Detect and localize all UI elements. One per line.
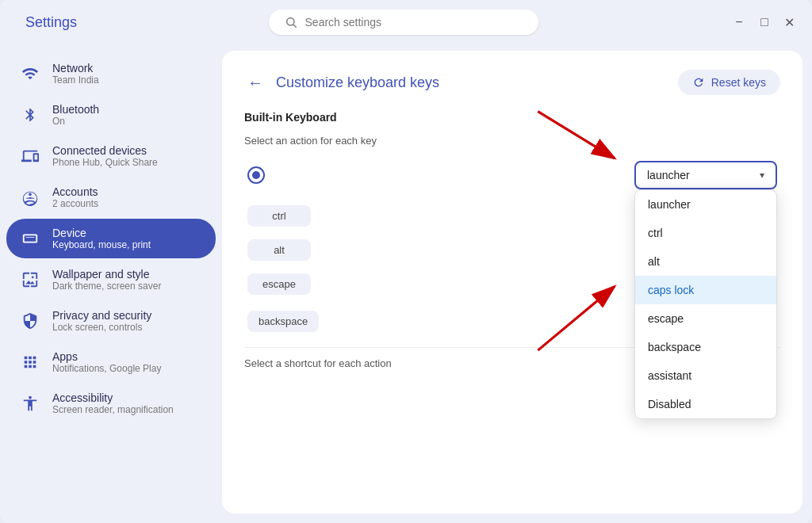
privacy-subtitle: Lock screen, controls [52, 322, 151, 333]
wallpaper-item-text: Wallpaper and style Dark theme, screen s… [52, 268, 161, 292]
main-layout: Network Team India Bluetooth On [0, 41, 812, 523]
dropdown-option-alt[interactable]: alt [635, 247, 776, 276]
close-button[interactable]: ✕ [780, 13, 799, 32]
accounts-item-text: Accounts 2 accounts [52, 185, 98, 209]
sidebar-item-network[interactable]: Network Team India [6, 54, 216, 94]
accessibility-title: Accessibility [52, 391, 174, 404]
svg-point-0 [286, 18, 293, 25]
alt-key-badge: alt [247, 239, 311, 261]
sidebar-item-wallpaper[interactable]: Wallpaper and style Dark theme, screen s… [6, 260, 216, 300]
connected-devices-subtitle: Phone Hub, Quick Share [52, 157, 158, 168]
reset-label: Reset keys [711, 76, 766, 89]
privacy-item-text: Privacy and security Lock screen, contro… [52, 309, 151, 333]
wallpaper-subtitle: Dark theme, screen saver [52, 281, 161, 292]
accessibility-subtitle: Screen reader, magnification [52, 404, 174, 415]
network-item-text: Network Team India [52, 62, 99, 86]
dropdown-arrow-icon: ▾ [760, 170, 764, 181]
window-controls: − □ ✕ [730, 13, 799, 32]
sidebar-item-apps[interactable]: Apps Notifications, Google Play [6, 342, 216, 382]
page-title: Customize keyboard keys [276, 74, 439, 91]
action-prompt: Select an action for each key [244, 135, 780, 147]
ctrl-key-badge: ctrl [247, 205, 311, 227]
titlebar: Settings − □ ✕ [0, 0, 812, 41]
sidebar-item-device[interactable]: Device Keyboard, mouse, print [6, 219, 216, 258]
sidebar-item-privacy[interactable]: Privacy and security Lock screen, contro… [6, 301, 216, 341]
titlebar-left: Settings [25, 14, 77, 31]
connected-devices-title: Connected devices [52, 144, 158, 157]
search-icon [285, 16, 297, 29]
accounts-title: Accounts [52, 185, 98, 198]
dropdown-option-ctrl[interactable]: ctrl [635, 219, 776, 247]
sidebar-item-connected-devices[interactable]: Connected devices Phone Hub, Quick Share [6, 136, 216, 176]
launcher-radio[interactable] [247, 166, 265, 184]
back-button[interactable]: ← [244, 71, 266, 95]
dropdown-option-escape[interactable]: escape [635, 304, 776, 333]
wifi-icon [19, 63, 41, 85]
primary-dropdown-value: launcher [647, 169, 690, 181]
accounts-subtitle: 2 accounts [52, 198, 98, 209]
minimize-button[interactable]: − [730, 13, 749, 32]
primary-dropdown-menu: launcher ctrl alt caps lock escape backs… [634, 189, 777, 419]
bluetooth-subtitle: On [52, 116, 99, 127]
devices-icon [19, 145, 41, 167]
launcher-key-row: launcher ▾ launcher ctrl alt caps lock e… [244, 161, 780, 189]
account-icon [19, 186, 41, 208]
apps-icon [19, 351, 41, 373]
sidebar-item-accessibility[interactable]: Accessibility Screen reader, magnificati… [6, 384, 216, 423]
primary-dropdown-container: launcher ▾ launcher ctrl alt caps lock e… [634, 161, 777, 189]
svg-line-1 [293, 25, 297, 28]
accessibility-icon [19, 392, 41, 414]
dropdown-option-disabled[interactable]: Disabled [635, 390, 776, 418]
content-area: ← Customize keyboard keys Reset keys Bui… [222, 51, 802, 513]
search-bar[interactable] [269, 10, 538, 35]
reset-keys-button[interactable]: Reset keys [678, 70, 780, 95]
wallpaper-icon [19, 269, 41, 291]
dropdown-option-launcher[interactable]: launcher [635, 190, 776, 219]
sidebar-item-accounts[interactable]: Accounts 2 accounts [6, 178, 216, 217]
bluetooth-icon [19, 104, 41, 126]
dropdown-option-assistant[interactable]: assistant [635, 361, 776, 390]
back-nav: ← Customize keyboard keys [244, 71, 439, 95]
device-subtitle: Keyboard, mouse, print [52, 239, 151, 250]
wallpaper-title: Wallpaper and style [52, 268, 161, 281]
apps-subtitle: Notifications, Google Play [52, 363, 161, 374]
radio-inner [252, 171, 260, 179]
section-title: Built-in Keyboard [244, 111, 780, 124]
backspace-key-badge: backspace [247, 311, 319, 332]
sidebar: Network Team India Bluetooth On [0, 41, 222, 523]
apps-title: Apps [52, 350, 161, 363]
dropdown-option-caps-lock[interactable]: caps lock [635, 276, 776, 304]
app-window: Settings − □ ✕ [0, 0, 812, 523]
reset-icon [692, 76, 705, 89]
sidebar-item-bluetooth[interactable]: Bluetooth On [6, 95, 216, 135]
bluetooth-item-text: Bluetooth On [52, 103, 99, 127]
content-header: ← Customize keyboard keys Reset keys [244, 70, 780, 95]
maximize-button[interactable]: □ [755, 13, 774, 32]
search-input[interactable] [305, 16, 523, 29]
bluetooth-title: Bluetooth [52, 103, 99, 116]
privacy-title: Privacy and security [52, 309, 151, 322]
primary-dropdown-button[interactable]: launcher ▾ [634, 161, 777, 189]
apps-item-text: Apps Notifications, Google Play [52, 350, 161, 374]
network-title: Network [52, 62, 99, 74]
network-subtitle: Team India [52, 74, 99, 86]
accessibility-item-text: Accessibility Screen reader, magnificati… [52, 391, 174, 415]
device-item-text: Device Keyboard, mouse, print [52, 227, 151, 250]
device-icon [19, 227, 41, 250]
app-title: Settings [25, 14, 77, 31]
privacy-icon [19, 310, 41, 332]
connected-devices-item-text: Connected devices Phone Hub, Quick Share [52, 144, 158, 168]
device-title: Device [52, 227, 151, 239]
escape-key-badge: escape [247, 273, 311, 295]
dropdown-option-backspace[interactable]: backspace [635, 333, 776, 361]
